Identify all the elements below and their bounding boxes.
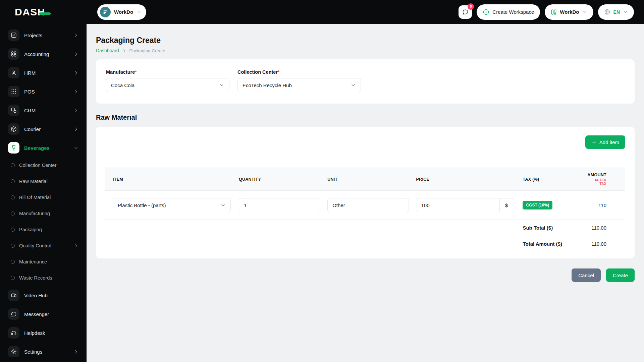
packaging-form-card: Manufacture* Coca Cola Collection Center… bbox=[96, 59, 635, 104]
total-row: Total Amount ($) 110.00 bbox=[105, 236, 625, 252]
sidebar-item-courier[interactable]: Courier bbox=[0, 120, 87, 138]
language-button[interactable]: EN bbox=[598, 4, 634, 20]
logo-accent-dash bbox=[39, 12, 51, 15]
headset-icon bbox=[8, 327, 19, 339]
beverage-glass-icon bbox=[8, 142, 19, 154]
plus-circle-icon bbox=[483, 9, 489, 15]
tax-badge: CGST (10%) bbox=[523, 201, 552, 209]
breadcrumb-separator-icon bbox=[122, 49, 126, 53]
manufacture-select-value: Coca Cola bbox=[111, 82, 135, 88]
workspace-selector-label: WorkDo bbox=[114, 9, 133, 15]
sidebar-item-accounting[interactable]: Accounting bbox=[0, 45, 87, 63]
collection-center-select-value: EcoTech Recycle Hub bbox=[243, 82, 292, 88]
pos-icon bbox=[8, 86, 19, 97]
sidebar-item-collection-center[interactable]: Collection Center bbox=[0, 157, 87, 173]
sidebar-item-manufacturing[interactable]: Manufacturing bbox=[0, 205, 87, 222]
manufacture-select[interactable]: Coca Cola bbox=[106, 78, 229, 92]
circle-bullet-icon bbox=[11, 228, 15, 232]
chevron-right-icon bbox=[73, 89, 78, 94]
row-amount: 110 bbox=[584, 191, 625, 220]
workspace-menu-button[interactable]: WorkDo bbox=[545, 4, 593, 20]
item-select[interactable]: Plastic Bottle - (parts) bbox=[113, 198, 231, 212]
messenger-badge: 0 bbox=[468, 3, 474, 10]
sidebar-item-quality-control[interactable]: Quality Control bbox=[0, 238, 87, 254]
circle-bullet-icon bbox=[11, 179, 15, 183]
sidebar-item-pos[interactable]: POS bbox=[0, 82, 87, 101]
sidebar-item-beverages[interactable]: Beverages bbox=[0, 138, 87, 157]
circle-bullet-icon bbox=[11, 244, 15, 248]
quantity-input[interactable] bbox=[239, 198, 320, 212]
messenger-button[interactable]: 0 bbox=[459, 5, 472, 19]
breadcrumb-current: Packaging Create bbox=[129, 48, 165, 53]
chevron-right-icon bbox=[74, 243, 78, 248]
unit-input[interactable] bbox=[327, 198, 409, 212]
header-unit: UNIT bbox=[324, 168, 413, 191]
chat-icon bbox=[462, 9, 469, 15]
crm-icon bbox=[8, 105, 19, 116]
circle-bullet-icon bbox=[11, 195, 15, 199]
header-tax: TAX (%) bbox=[513, 168, 584, 191]
item-row: Plastic Bottle - (parts) bbox=[105, 191, 625, 220]
required-asterisk: * bbox=[135, 69, 137, 75]
collection-center-select[interactable]: EcoTech Recycle Hub bbox=[237, 78, 361, 92]
sidebar-item-raw-material[interactable]: Raw Material bbox=[0, 173, 87, 189]
add-item-label: Add item bbox=[599, 139, 619, 145]
workspace-selector[interactable]: WorkDo bbox=[97, 4, 146, 20]
workspace-avatar bbox=[100, 7, 111, 17]
circle-bullet-icon bbox=[11, 260, 15, 264]
sidebar-item-messenger[interactable]: Messenger bbox=[0, 305, 87, 323]
chevron-down-icon bbox=[219, 82, 224, 88]
workspace-logo-icon bbox=[103, 9, 108, 15]
manufacture-label: Manufacture* bbox=[106, 69, 229, 75]
sidebar-item-maintenance[interactable]: Maintenance bbox=[0, 254, 87, 270]
raw-material-table: ITEM QUANTITY UNIT PRICE TAX (%) AMOUNT … bbox=[105, 168, 625, 252]
logo-area: DASH bbox=[0, 6, 87, 18]
subtotal-label: Sub Total ($) bbox=[513, 220, 584, 236]
create-workspace-button[interactable]: Create Workspace bbox=[477, 4, 540, 20]
app-logo[interactable]: DASH bbox=[15, 6, 45, 18]
chevron-down-icon bbox=[582, 9, 587, 14]
package-icon bbox=[8, 123, 19, 135]
chevron-down-icon bbox=[623, 9, 628, 14]
required-asterisk: * bbox=[278, 69, 280, 75]
collection-center-label: Collection Center* bbox=[237, 69, 361, 75]
sidebar-item-projects[interactable]: Projects bbox=[0, 26, 87, 45]
hrm-icon bbox=[8, 67, 19, 78]
chevron-right-icon bbox=[73, 33, 78, 38]
projects-icon bbox=[8, 29, 19, 41]
sidebar-item-crm[interactable]: CRM bbox=[0, 101, 87, 120]
raw-material-card: Add item ITEM QUANTITY UNIT PRICE TAX (%… bbox=[96, 127, 635, 258]
create-button[interactable]: Create bbox=[606, 268, 635, 282]
create-workspace-label: Create Workspace bbox=[492, 9, 534, 15]
total-label: Total Amount ($) bbox=[513, 236, 584, 252]
header-amount: AMOUNT AFTER TAX bbox=[584, 168, 625, 191]
table-header-row: ITEM QUANTITY UNIT PRICE TAX (%) AMOUNT … bbox=[105, 168, 625, 191]
chat-bubble-icon bbox=[8, 308, 19, 320]
cancel-button[interactable]: Cancel bbox=[572, 268, 601, 282]
chevron-down-icon bbox=[73, 145, 78, 150]
chevron-right-icon bbox=[73, 52, 78, 57]
breadcrumb-dashboard-link[interactable]: Dashboard bbox=[96, 48, 119, 53]
header-price: PRICE bbox=[413, 168, 513, 191]
page-title: Packaging Create bbox=[96, 36, 635, 45]
subtotal-value: 110.00 bbox=[584, 220, 625, 236]
topbar-actions: 0 Create Workspace WorkDo EN bbox=[459, 4, 644, 20]
collection-center-field: Collection Center* EcoTech Recycle Hub bbox=[237, 69, 361, 92]
chevron-right-icon bbox=[73, 108, 78, 113]
sidebar-item-settings[interactable]: Settings bbox=[0, 342, 87, 361]
chevron-right-icon bbox=[73, 70, 78, 75]
globe-icon bbox=[604, 9, 610, 15]
sidebar-item-packaging[interactable]: Packaging bbox=[0, 222, 87, 238]
accounting-icon bbox=[8, 48, 19, 60]
sidebar-item-video-hub[interactable]: Video Hub bbox=[0, 286, 87, 305]
topbar: DASH WorkDo 0 Create Workspace WorkDo bbox=[0, 0, 644, 24]
raw-material-heading: Raw Material bbox=[96, 114, 635, 121]
sidebar-item-waste-records[interactable]: Waste Records bbox=[0, 270, 87, 286]
sidebar-item-hrm[interactable]: HRM bbox=[0, 63, 87, 82]
add-item-button[interactable]: Add item bbox=[585, 135, 625, 149]
price-input[interactable] bbox=[416, 198, 499, 212]
workspace-grid-icon bbox=[551, 9, 557, 15]
breadcrumb: Dashboard Packaging Create bbox=[96, 48, 635, 53]
sidebar-item-bill-of-material[interactable]: Bill Of Material bbox=[0, 189, 87, 205]
sidebar-item-helpdesk[interactable]: Helpdesk bbox=[0, 323, 87, 342]
